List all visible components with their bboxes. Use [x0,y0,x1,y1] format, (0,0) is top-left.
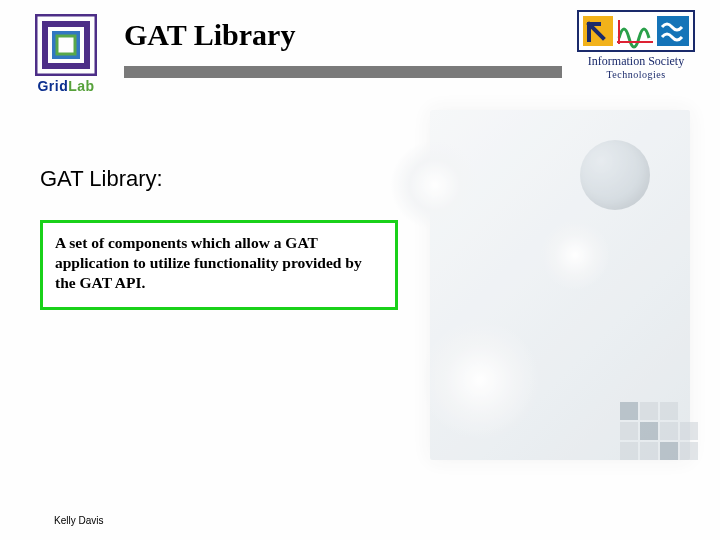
ist-text-line1: Information Society [566,54,706,69]
svg-rect-3 [57,36,75,54]
svg-rect-1 [45,24,87,66]
gridlab-text-grid: Grid [37,78,68,94]
decorative-grid [620,402,698,460]
author-footer: Kelly Davis [54,515,103,526]
svg-rect-9 [657,16,689,46]
gridlab-icon [35,14,97,76]
section-heading: GAT Library: [40,166,680,192]
title-rule [124,66,562,78]
definition-box: A set of components which allow a GAT ap… [40,220,398,310]
gridlab-text-lab: Lab [68,78,94,94]
gridlab-logo: GridLab [18,14,114,94]
ist-icon [577,10,695,52]
slide-title: GAT Library [124,18,295,52]
slide-body: GAT Library: A set of components which a… [0,96,720,310]
slide-header: GridLab GAT Library Information Society … [0,0,720,96]
ist-text-line2: Technologies [566,69,706,80]
ist-logo: Information Society Technologies [566,10,706,80]
